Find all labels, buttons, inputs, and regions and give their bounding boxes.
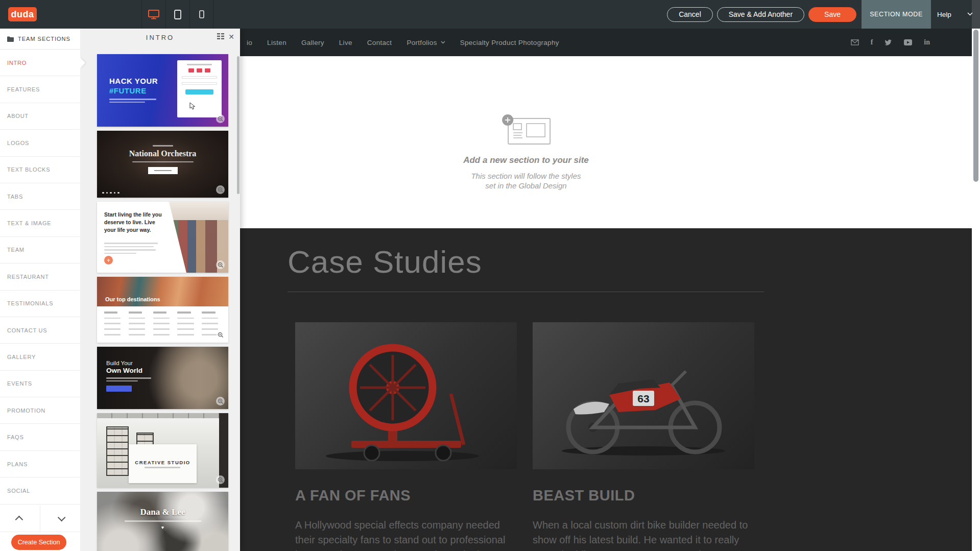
- sidebar-item[interactable]: INTRO: [0, 50, 80, 76]
- thumb-title: CREATIVE STUDIO: [135, 460, 190, 465]
- sidebar-item-label: TESTIMONIALS: [7, 300, 53, 306]
- chevron-down-icon: [57, 514, 65, 522]
- nav-item-contact[interactable]: Contact: [367, 39, 392, 46]
- sidebar-item[interactable]: PROMOTION: [0, 397, 80, 424]
- nav-item-portfolios[interactable]: Portfolios: [407, 39, 445, 46]
- desktop-preview-button[interactable]: [141, 0, 165, 29]
- sidebar-item[interactable]: TABS: [0, 183, 80, 210]
- nav-item-truncated[interactable]: io: [247, 39, 252, 46]
- twitter-icon[interactable]: [885, 39, 892, 45]
- thumb-title: Build Your: [106, 360, 151, 366]
- nav-item-listen[interactable]: Listen: [267, 39, 286, 46]
- panel-title: INTRO: [146, 34, 174, 41]
- sidebar-item[interactable]: GALLERY: [0, 344, 80, 370]
- sidebar-item-label: RESTAURANT: [7, 274, 49, 280]
- sidebar-item-label: ABOUT: [7, 113, 29, 119]
- sidebar-item[interactable]: EVENTS: [0, 371, 80, 397]
- sidebar-item-label: GALLERY: [7, 354, 36, 360]
- zoom-in-icon: [216, 397, 225, 405]
- close-icon[interactable]: ✕: [228, 33, 236, 40]
- section-thumbnail-own-world[interactable]: Build Your Own World: [97, 347, 228, 409]
- sidebar-item-label: EVENTS: [7, 380, 32, 387]
- sidebar-item-label: PLANS: [7, 461, 28, 467]
- tablet-icon: [174, 10, 181, 19]
- sidebar-item-label: SOCIAL: [7, 488, 30, 494]
- sidebar-item[interactable]: LOGOS: [0, 130, 80, 156]
- window-graphic: [106, 426, 129, 475]
- save-add-another-button[interactable]: Save & Add Another: [717, 7, 804, 22]
- sidebar-item-label: CONTACT US: [7, 327, 47, 333]
- zoom-in-icon: [216, 260, 225, 269]
- section-thumbnail-creative-studio[interactable]: CREATIVE STUDIO: [97, 413, 228, 488]
- section-thumbnail-wedding[interactable]: Dana & Lee ♥: [97, 492, 228, 551]
- sidebar-item-label: TEAM: [7, 247, 25, 253]
- page-scrollbar-thumb[interactable]: [973, 30, 978, 182]
- section-thumbnail-destinations[interactable]: Our top destinations: [97, 277, 228, 343]
- create-section-button[interactable]: Create Section: [11, 535, 66, 550]
- sidebar-item-label: TEXT & IMAGE: [7, 220, 51, 226]
- scroll-down-button[interactable]: [40, 506, 80, 532]
- case-study-card-fan: A FAN OF FANS A Hollywood special effect…: [295, 322, 517, 551]
- thumb-title: #FUTURE: [109, 86, 158, 95]
- sidebar-header: TEAM SECTIONS: [0, 29, 80, 50]
- thumb-title: HACK YOUR: [109, 77, 158, 85]
- sidebar-item-label: PROMOTION: [7, 408, 45, 414]
- sidebar-item-label: FEATURES: [7, 86, 40, 92]
- panel-scrollbar[interactable]: [237, 56, 240, 194]
- sidebar-item[interactable]: FAQS: [0, 424, 80, 450]
- device-switcher: [141, 0, 213, 29]
- sidebar-item[interactable]: PLANS: [0, 451, 80, 477]
- sidebar-item[interactable]: FEATURES: [0, 76, 80, 103]
- sidebar-item[interactable]: TESTIMONIALS: [0, 291, 80, 317]
- section-thumbnail-lifestyle[interactable]: Start living the life you deserve to liv…: [97, 202, 228, 273]
- sidebar-item-label: FAQS: [7, 434, 24, 440]
- nav-item-specialty[interactable]: Specialty Product Photography: [460, 39, 559, 46]
- mobile-icon: [199, 10, 204, 18]
- save-button[interactable]: Save: [808, 7, 856, 22]
- thumb-title: Our top destinations: [105, 296, 160, 302]
- folder-icon: [7, 36, 14, 42]
- case-study-heading: A FAN OF FANS: [295, 487, 517, 504]
- fan-image: [295, 322, 517, 469]
- duda-logo[interactable]: duda: [8, 7, 37, 21]
- sidebar-item[interactable]: TEAM: [0, 237, 80, 263]
- thumb-photo: Our top destinations: [97, 277, 228, 306]
- sidebar-item[interactable]: RESTAURANT: [0, 263, 80, 290]
- svg-text:63: 63: [637, 393, 649, 404]
- facebook-icon[interactable]: f: [871, 38, 873, 46]
- nav-item-live[interactable]: Live: [339, 39, 352, 46]
- section-thumbnail-orchestra[interactable]: National Orchestra: [97, 131, 228, 198]
- sidebar-item-label: TABS: [7, 194, 23, 200]
- thumb-title: Own World: [106, 367, 151, 374]
- cancel-button[interactable]: Cancel: [667, 7, 713, 22]
- youtube-icon[interactable]: [904, 39, 912, 45]
- sidebar-item[interactable]: TEXT & IMAGE: [0, 210, 80, 236]
- tablet-preview-button[interactable]: [165, 0, 189, 29]
- section-thumbnail-hackathon[interactable]: HACK YOUR #FUTURE: [97, 54, 228, 127]
- screen: io Listen Gallery Live Contact Portfolio…: [0, 0, 980, 551]
- sidebar-item[interactable]: SOCIAL: [0, 477, 80, 504]
- sidebar-items: INTRO FEATURES ABOUT LOGOS TEXT BLOCKS: [0, 50, 80, 505]
- zoom-in-icon: [216, 330, 225, 339]
- section-mode-badge: SECTION MODE: [862, 0, 931, 29]
- case-studies-title: Case Studies: [288, 244, 482, 280]
- add-section-placeholder[interactable]: Add a new section to your site This sect…: [463, 113, 589, 191]
- case-study-heading: BEAST BUILD: [533, 487, 754, 504]
- page-scrollbar[interactable]: [972, 0, 980, 551]
- zoom-in-icon: [216, 114, 225, 123]
- sidebar-item[interactable]: ABOUT: [0, 103, 80, 130]
- sidebar-item-label: TEXT BLOCKS: [7, 166, 50, 173]
- mobile-preview-button[interactable]: [189, 0, 213, 29]
- cursor-pointer: [189, 102, 196, 112]
- sidebar-item[interactable]: TEXT BLOCKS: [0, 157, 80, 183]
- zoom-in-icon: [216, 475, 225, 484]
- chevron-up-icon: [15, 516, 23, 524]
- case-study-body: When a local custom dirt bike builder ne…: [533, 518, 752, 551]
- sidebar-item[interactable]: CONTACT US: [0, 317, 80, 344]
- layout-grid-icon[interactable]: [217, 33, 224, 40]
- email-icon[interactable]: [851, 39, 859, 45]
- linkedin-icon[interactable]: in: [924, 38, 930, 46]
- add-section-icon: [501, 113, 551, 140]
- scroll-up-button[interactable]: [0, 506, 40, 532]
- nav-item-gallery[interactable]: Gallery: [301, 39, 324, 46]
